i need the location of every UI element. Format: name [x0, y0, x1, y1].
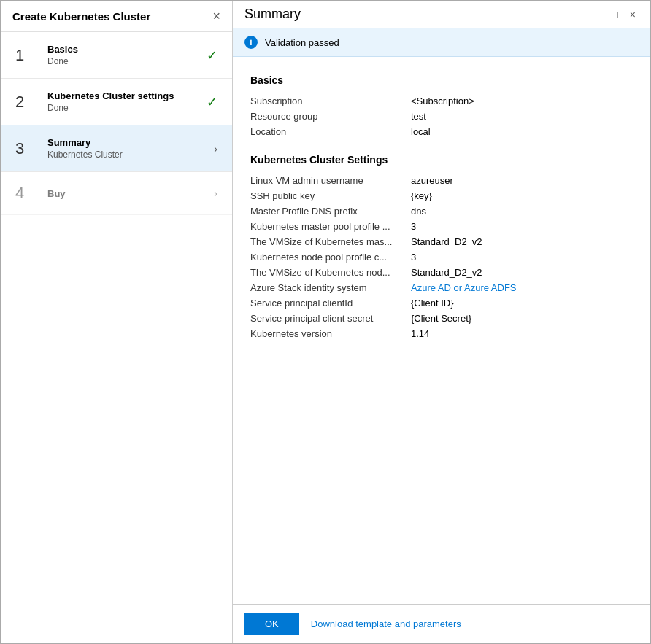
row-value: 1.14 — [411, 326, 633, 341]
row-value: Standard_D2_v2 — [411, 234, 633, 249]
row-label: Kubernetes version — [250, 326, 411, 341]
summary-table-0: Subscription<Subscription>Resource group… — [250, 93, 633, 139]
row-value: dns — [411, 203, 633, 219]
row-label: Service principal clientId — [250, 295, 411, 311]
table-row: Subscription<Subscription> — [250, 93, 633, 109]
row-value: test — [411, 109, 633, 124]
table-row: Service principal clientId{Client ID} — [250, 295, 633, 311]
row-value: azureuser — [411, 173, 633, 188]
row-label: Master Profile DNS prefix — [250, 203, 411, 219]
table-row: Kubernetes version1.14 — [250, 326, 633, 341]
step-subtitle-3: Kubernetes Cluster — [47, 150, 208, 160]
row-label: Kubernetes node pool profile c... — [250, 249, 411, 265]
step-title-2: Kubernetes Cluster settings — [47, 90, 201, 101]
row-label: The VMSize of Kubernetes mas... — [250, 234, 411, 249]
step-title-3: Summary — [47, 137, 208, 148]
section-title-0: Basics — [250, 74, 633, 86]
row-label: Kubernetes master pool profile ... — [250, 219, 411, 234]
row-value: local — [411, 124, 633, 139]
table-row: Resource grouptest — [250, 109, 633, 124]
right-header-icons: □ × — [609, 7, 639, 22]
section-title-1: Kubernetes Cluster Settings — [250, 154, 633, 166]
table-row: Locationlocal — [250, 124, 633, 139]
row-value: {Client ID} — [411, 295, 633, 311]
step-content-3: SummaryKubernetes Cluster — [47, 137, 208, 160]
step-content-1: BasicsDone — [47, 44, 201, 66]
step-number-3: 3 — [15, 139, 39, 158]
table-row: The VMSize of Kubernetes mas...Standard_… — [250, 234, 633, 249]
step-title-1: Basics — [47, 44, 201, 55]
step-subtitle-1: Done — [47, 56, 201, 66]
step-chevron-3: › — [214, 143, 217, 155]
minimize-button[interactable]: □ — [609, 7, 620, 22]
row-label: Azure Stack identity system — [250, 280, 411, 295]
step-number-1: 1 — [15, 46, 39, 65]
left-header: Create Kubernetes Cluster × — [1, 1, 232, 32]
row-label: Subscription — [250, 93, 411, 109]
right-panel: Summary □ × i Validation passed BasicsSu… — [233, 1, 650, 643]
step-number-2: 2 — [15, 93, 39, 112]
table-row: Kubernetes node pool profile c...3 — [250, 249, 633, 265]
info-icon: i — [244, 36, 258, 49]
table-row: Service principal client secret{Client S… — [250, 311, 633, 326]
left-panel: Create Kubernetes Cluster × 1BasicsDone✓… — [1, 1, 233, 643]
table-row: Linux VM admin usernameazureuser — [250, 173, 633, 188]
step-chevron-4: › — [214, 187, 217, 199]
row-value: {key} — [411, 188, 633, 203]
table-row: The VMSize of Kubernetes nod...Standard_… — [250, 265, 633, 280]
step-item-2[interactable]: 2Kubernetes Cluster settingsDone✓ — [1, 79, 232, 125]
step-item-4: 4Buy› — [1, 172, 232, 215]
left-header-title: Create Kubernetes Cluster — [12, 10, 150, 23]
step-number-4: 4 — [15, 184, 39, 203]
step-item-1[interactable]: 1BasicsDone✓ — [1, 32, 232, 79]
row-value: 3 — [411, 219, 633, 234]
ok-button[interactable]: OK — [244, 613, 299, 635]
step-item-3[interactable]: 3SummaryKubernetes Cluster› — [1, 125, 232, 172]
row-value: 3 — [411, 249, 633, 265]
validation-text: Validation passed — [265, 37, 339, 48]
row-value: Azure AD or Azure ADFS — [411, 280, 633, 295]
table-row: SSH public key{key} — [250, 188, 633, 203]
table-row: Master Profile DNS prefixdns — [250, 203, 633, 219]
download-link[interactable]: Download template and parameters — [311, 618, 461, 629]
right-header-title: Summary — [244, 7, 301, 22]
row-label: Location — [250, 124, 411, 139]
step-content-2: Kubernetes Cluster settingsDone — [47, 90, 201, 113]
summary-table-1: Linux VM admin usernameazureuserSSH publ… — [250, 173, 633, 341]
row-label: Resource group — [250, 109, 411, 124]
right-close-button[interactable]: × — [627, 7, 639, 22]
left-close-button[interactable]: × — [212, 9, 220, 23]
footer: OK Download template and parameters — [233, 604, 650, 643]
main-window: Create Kubernetes Cluster × 1BasicsDone✓… — [0, 0, 651, 644]
summary-content: BasicsSubscription<Subscription>Resource… — [233, 57, 650, 604]
step-title-4: Buy — [47, 188, 208, 199]
row-label: The VMSize of Kubernetes nod... — [250, 265, 411, 280]
step-content-4: Buy — [47, 188, 208, 199]
row-label: Linux VM admin username — [250, 173, 411, 188]
row-value: <Subscription> — [411, 93, 633, 109]
step-subtitle-2: Done — [47, 103, 201, 113]
validation-bar: i Validation passed — [233, 28, 650, 57]
step-checkmark-1: ✓ — [207, 47, 217, 63]
steps-list: 1BasicsDone✓2Kubernetes Cluster settings… — [1, 32, 232, 643]
row-value: Standard_D2_v2 — [411, 265, 633, 280]
row-label: SSH public key — [250, 188, 411, 203]
right-header: Summary □ × — [233, 1, 650, 28]
table-row: Kubernetes master pool profile ...3 — [250, 219, 633, 234]
row-value: {Client Secret} — [411, 311, 633, 326]
table-row: Azure Stack identity systemAzure AD or A… — [250, 280, 633, 295]
step-checkmark-2: ✓ — [207, 94, 217, 110]
row-label: Service principal client secret — [250, 311, 411, 326]
